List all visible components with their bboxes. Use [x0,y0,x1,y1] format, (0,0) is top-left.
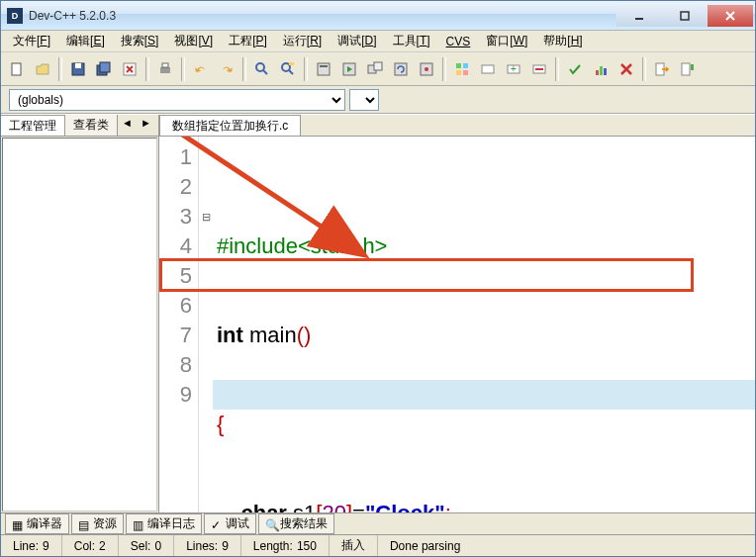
redo-icon[interactable] [215,57,238,81]
tab-classes[interactable]: 查看类 [65,115,118,136]
svg-rect-4 [75,63,81,68]
svg-rect-8 [160,67,170,73]
svg-rect-26 [456,70,461,75]
svg-rect-2 [12,63,21,75]
svg-rect-9 [162,63,168,67]
svg-rect-20 [374,62,382,70]
menu-cvs[interactable]: CVS [438,33,479,50]
app-window: D Dev-C++ 5.2.0.3 文件[F] 编辑[E] 搜索[S] 视图[V… [0,0,756,557]
debug-icon: ✓ [211,518,223,530]
profile-icon[interactable] [589,57,613,81]
code-editor[interactable]: 123456789 ⊟ #include<stdio.h> int main()… [159,137,755,512]
svg-rect-21 [395,63,407,75]
tab-compiler[interactable]: ▦编译器 [5,513,69,534]
svg-rect-25 [463,63,468,68]
titlebar[interactable]: D Dev-C++ 5.2.0.3 [1,1,755,31]
tab-resources[interactable]: ▤资源 [71,513,124,534]
resources-icon: ▤ [78,518,90,530]
menu-project[interactable]: 工程[P] [221,31,275,51]
log-icon: ▥ [133,518,144,530]
undo-icon[interactable] [189,57,213,81]
svg-rect-27 [463,70,468,75]
compile-run-icon[interactable] [363,57,387,81]
main-area: 工程管理 查看类 ◄ ► 数组指定位置加换行.c 123456789 ⊟ [1,114,755,512]
menu-view[interactable]: 视图[V] [166,31,221,51]
svg-rect-6 [100,62,110,72]
svg-rect-0 [635,18,643,20]
fold-gutter[interactable]: ⊟ [199,137,213,512]
app-icon: D [7,8,23,24]
add-file-icon[interactable]: + [502,57,525,81]
editor-panel: 数组指定位置加换行.c 123456789 ⊟ #include<stdio.h… [159,115,755,512]
replace-icon[interactable] [276,57,300,81]
svg-point-23 [425,67,428,71]
svg-point-10 [256,63,264,71]
svg-rect-15 [318,63,330,75]
find-icon[interactable] [250,57,274,81]
debug-icon[interactable] [415,57,438,81]
new-project-icon[interactable] [450,57,474,81]
member-dropdown[interactable] [349,89,379,111]
rebuild-icon[interactable] [389,57,413,81]
svg-line-11 [263,70,267,74]
tab-debug[interactable]: ✓调试 [204,513,256,534]
bottom-tabs: ▦编译器 ▤资源 ▥编译日志 ✓调试 🔍搜索结果 [1,512,755,534]
svg-rect-37 [682,63,690,75]
tab-nav-left[interactable]: ◄ [118,115,137,136]
tab-nav-right[interactable]: ► [137,115,155,136]
status-insert: 插入 [330,535,378,556]
menu-search[interactable]: 搜索[S] [113,31,167,51]
save-icon[interactable] [66,57,90,81]
menu-help[interactable]: 帮助[H] [535,31,590,51]
open-icon[interactable] [31,57,54,81]
menu-file[interactable]: 文件[F] [5,31,58,51]
menubar: 文件[F] 编辑[E] 搜索[S] 视图[V] 工程[P] 运行[R] 调试[D… [1,31,755,52]
menu-window[interactable]: 窗口[W] [478,31,535,51]
left-panel: 工程管理 查看类 ◄ ► [1,115,159,512]
tab-compile-log[interactable]: ▥编译日志 [126,513,202,534]
svg-rect-14 [289,62,294,65]
toolbar: + [1,52,755,86]
minimize-button[interactable] [616,5,662,27]
run-icon[interactable] [337,57,361,81]
delete-icon[interactable] [614,57,638,81]
svg-rect-1 [681,12,689,20]
scope-dropdown[interactable]: (globals) [9,89,345,111]
code-lines[interactable]: #include<stdio.h> int main() { char s1[2… [213,137,755,512]
menu-run[interactable]: 运行[R] [275,31,330,51]
compile-icon[interactable] [312,57,335,81]
svg-text:+: + [511,63,517,74]
statusbar: Line:9 Col:2 Sel:0 Lines:9 Length:150 插入… [1,534,755,556]
tab-search-results[interactable]: 🔍搜索结果 [258,513,334,534]
svg-line-13 [289,70,293,74]
project-options-icon[interactable] [476,57,500,81]
goto-icon[interactable] [650,57,674,81]
tab-project[interactable]: 工程管理 [1,115,65,136]
svg-rect-33 [596,70,599,75]
status-col: Col:2 [62,535,119,556]
menu-edit[interactable]: 编辑[E] [58,31,113,51]
editor-tab[interactable]: 数组指定位置加换行.c [159,115,301,136]
close-button[interactable] [708,5,753,27]
remove-file-icon[interactable] [527,57,551,81]
check-icon[interactable] [563,57,587,81]
scope-bar: (globals) [1,86,755,114]
status-length: Length:150 [241,535,330,556]
bookmark-icon[interactable] [676,57,700,81]
status-lines: Lines:9 [174,535,241,556]
compiler-icon: ▦ [12,518,24,530]
menu-debug[interactable]: 调试[D] [330,31,384,51]
project-tree[interactable] [2,138,157,511]
svg-point-12 [282,63,290,71]
print-icon[interactable] [153,57,177,81]
new-file-icon[interactable] [5,57,29,81]
status-line: Line:9 [1,535,62,556]
close-file-icon[interactable] [118,57,142,81]
search-icon: 🔍 [265,518,277,530]
menu-tools[interactable]: 工具[T] [385,31,438,51]
maximize-button[interactable] [662,5,708,27]
status-parse: Done parsing [378,535,755,556]
svg-rect-38 [691,64,694,70]
svg-rect-24 [456,63,461,68]
save-all-icon[interactable] [92,57,116,81]
